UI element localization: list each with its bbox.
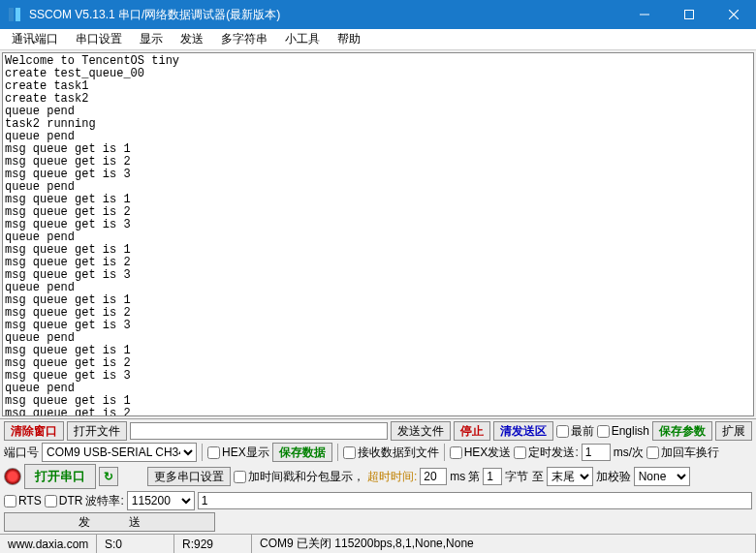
maximize-button[interactable] (667, 0, 711, 29)
status-conn: COM9 已关闭 115200bps,8,1,None,None (252, 535, 756, 553)
open-file-button[interactable]: 打开文件 (67, 421, 127, 441)
menu-help[interactable]: 帮助 (330, 29, 368, 49)
clear-window-button[interactable]: 清除窗口 (4, 421, 64, 441)
ms-per-label: ms/次 (614, 445, 644, 461)
crlf-checkbox[interactable]: 加回车换行 (646, 445, 719, 461)
end-select[interactable]: 末尾 (547, 467, 593, 486)
interval-input[interactable] (582, 444, 611, 461)
baud-label: 波特率: (85, 493, 123, 509)
timeout-input[interactable] (420, 468, 447, 485)
send-button[interactable]: 发 送 (4, 512, 215, 532)
titlebar-text: SSCOM V5.13.1 串口/网络数据调试器(最新版本) (29, 7, 622, 23)
panel-row-4: RTS DTR 波特率: 115200 (4, 491, 752, 510)
close-button[interactable] (711, 0, 756, 29)
menu-send[interactable]: 发送 (173, 29, 211, 49)
panel-row-5: 发 送 (4, 512, 752, 532)
save-params-button[interactable]: 保存参数 (652, 421, 712, 441)
menu-tools[interactable]: 小工具 (277, 29, 328, 49)
send-input[interactable] (198, 492, 752, 509)
record-button[interactable] (4, 468, 21, 485)
open-port-button[interactable]: 打开串口 (24, 464, 96, 489)
baud-select[interactable]: 115200 (127, 491, 195, 510)
nth-label: 第 (468, 469, 480, 485)
topmost-checkbox[interactable]: 最前 (556, 423, 594, 440)
svg-rect-3 (685, 11, 694, 19)
statusbar: www.daxia.com S:0 R:929 COM9 已关闭 115200b… (0, 534, 756, 553)
control-panel: 清除窗口 打开文件 发送文件 停止 清发送区 最前 English 保存参数 扩… (0, 418, 756, 534)
add-check-label: 加校验 (596, 469, 631, 485)
port-label: 端口号 (4, 445, 39, 461)
clear-send-button[interactable]: 清发送区 (493, 421, 553, 441)
ms-label: ms (450, 470, 465, 483)
hex-display-checkbox[interactable]: HEX显示 (207, 445, 269, 461)
menu-serial-settings[interactable]: 串口设置 (68, 29, 130, 49)
terminal-output[interactable]: Welcome to TencentOS tiny create test_qu… (2, 52, 754, 416)
stop-button[interactable]: 停止 (454, 421, 490, 441)
nth-input[interactable] (483, 468, 502, 485)
panel-row-1: 清除窗口 打开文件 发送文件 停止 清发送区 最前 English 保存参数 扩… (4, 421, 752, 441)
panel-row-2: 端口号 COM9 USB-SERIAL CH340 HEX显示 保存数据 接收数… (4, 443, 752, 462)
english-checkbox[interactable]: English (597, 424, 649, 438)
timeout-label: 超时时间: (367, 469, 417, 485)
menu-display[interactable]: 显示 (132, 29, 171, 49)
timed-send-checkbox[interactable]: 定时发送: (514, 445, 578, 461)
app-icon (6, 6, 23, 23)
svg-rect-0 (9, 8, 14, 21)
refresh-button[interactable]: ↻ (99, 467, 118, 486)
status-url[interactable]: www.daxia.com (0, 535, 97, 553)
check-select[interactable]: None (634, 467, 690, 486)
bytes-to-label: 字节 至 (505, 469, 543, 485)
menu-comm-port[interactable]: 通讯端口 (4, 29, 66, 49)
status-sent: S:0 (97, 535, 174, 553)
dtr-checkbox[interactable]: DTR (45, 494, 83, 507)
panel-row-3: 打开串口 ↻ 更多串口设置 加时间戳和分包显示， 超时时间: ms 第 字节 至… (4, 464, 752, 489)
minimize-button[interactable] (622, 0, 667, 29)
file-path-input[interactable] (130, 422, 388, 440)
expand-button[interactable]: 扩展 (715, 421, 752, 441)
recv-to-file-checkbox[interactable]: 接收数据到文件 (343, 445, 439, 461)
more-settings-button[interactable]: 更多串口设置 (147, 467, 231, 486)
save-data-button[interactable]: 保存数据 (272, 443, 332, 462)
titlebar: SSCOM V5.13.1 串口/网络数据调试器(最新版本) (0, 0, 756, 29)
menu-multistring[interactable]: 多字符串 (213, 29, 275, 49)
timestamp-checkbox[interactable]: 加时间戳和分包显示， (234, 469, 364, 485)
menubar: 通讯端口 串口设置 显示 发送 多字符串 小工具 帮助 (0, 29, 756, 50)
rts-checkbox[interactable]: RTS (4, 494, 42, 507)
port-select[interactable]: COM9 USB-SERIAL CH340 (42, 443, 197, 462)
svg-rect-1 (16, 8, 20, 21)
hex-send-checkbox[interactable]: HEX发送 (450, 445, 512, 461)
status-recv: R:929 (174, 535, 252, 553)
send-file-button[interactable]: 发送文件 (391, 421, 451, 441)
